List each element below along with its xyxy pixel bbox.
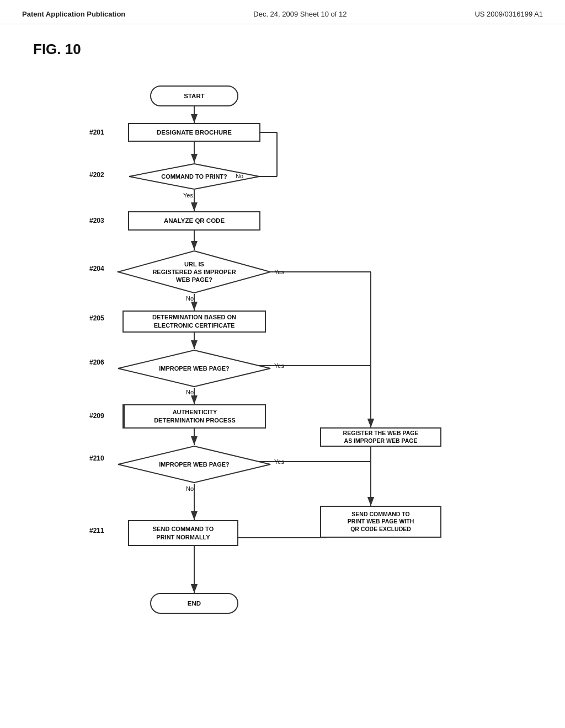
node-208: SEND COMMAND TO PRINT WEB PAGE WITH QR C… <box>320 506 441 538</box>
node-end: END <box>150 593 238 614</box>
label-206: #206 <box>89 358 104 366</box>
yn-206-yes: Yes <box>274 362 284 369</box>
node-201: DESIGNATE BROCHURE <box>128 123 260 142</box>
header-right: US 2009/0316199 A1 <box>475 10 543 18</box>
yn-206-no: No <box>186 389 194 395</box>
node-203: ANALYZE QR CODE <box>128 211 260 231</box>
label-203: #203 <box>89 217 104 224</box>
yn-202-yes: Yes <box>183 192 193 199</box>
label-202: #202 <box>89 171 104 179</box>
node-211: SEND COMMAND TO PRINT NORMALLY <box>128 520 238 546</box>
label-209: #209 <box>89 412 104 420</box>
yn-210-no: No <box>186 485 194 492</box>
label-210: #210 <box>89 454 104 462</box>
node-205: DETERMINATION BASED ON ELECTRONIC CERTIF… <box>122 311 266 333</box>
page-header: Patent Application Publication Dec. 24, … <box>0 0 565 24</box>
node-204: URL ISREGISTERED AS IMPROPERWEB PAGE? <box>117 250 271 294</box>
node-207: REGISTER THE WEB PAGE AS IMPROPER WEB PA… <box>320 427 441 447</box>
flowchart: START #201 DESIGNATE BROCHURE #202 COMMA… <box>45 74 520 709</box>
yn-210-yes: Yes <box>274 458 284 465</box>
label-204: #204 <box>89 265 104 272</box>
label-205: #205 <box>89 314 104 322</box>
node-209: AUTHENTICITY DETERMINATION PROCESS <box>122 404 266 429</box>
yn-204-yes: Yes <box>274 269 284 275</box>
label-211: #211 <box>89 527 104 534</box>
header-left: Patent Application Publication <box>22 10 125 18</box>
label-201: #201 <box>89 129 104 136</box>
node-202: COMMAND TO PRINT? <box>128 163 260 190</box>
arrows-overlay <box>45 74 520 709</box>
node-206: IMPROPER WEB PAGE? <box>117 349 271 388</box>
node-210: IMPROPER WEB PAGE? <box>117 445 271 484</box>
figure-title: FIG. 10 <box>33 41 532 58</box>
header-center: Dec. 24, 2009 Sheet 10 of 12 <box>253 10 347 18</box>
yn-204-no: No <box>186 295 194 302</box>
figure-area: FIG. 10 <box>0 24 565 725</box>
node-start: START <box>150 85 238 106</box>
